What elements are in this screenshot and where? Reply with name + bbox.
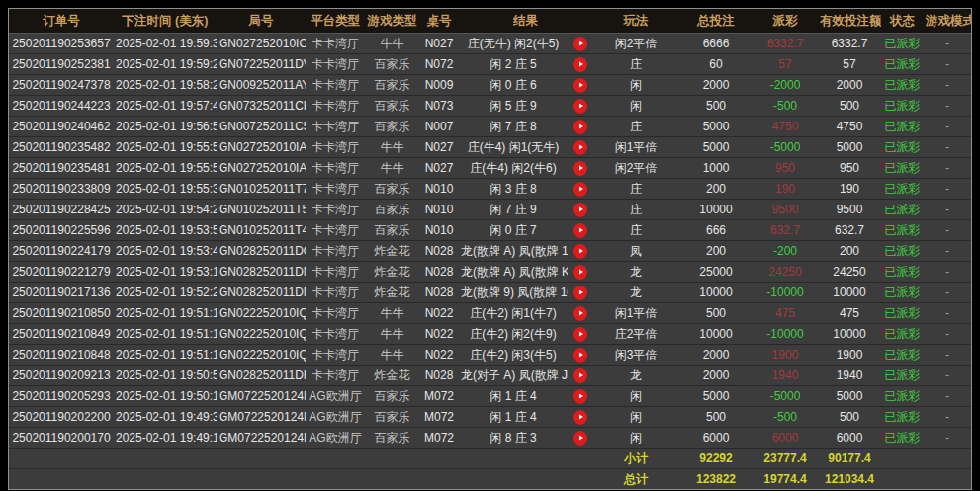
bet-time: 2025-02-01 19:59:34 bbox=[114, 34, 217, 54]
replay-video-icon[interactable] bbox=[573, 348, 587, 363]
game-type: 百家乐 bbox=[365, 428, 419, 449]
valid-bet-value: 500 bbox=[818, 407, 881, 428]
order-number: 250201190253657 bbox=[9, 34, 114, 54]
bet-option: 庄 bbox=[592, 200, 679, 220]
replay-cell bbox=[568, 220, 592, 241]
replay-video-icon[interactable] bbox=[573, 99, 587, 114]
replay-video-icon[interactable] bbox=[573, 37, 587, 51]
play-triangle-icon bbox=[579, 310, 583, 316]
result-text: 闲 2 庄 5 bbox=[459, 54, 568, 75]
play-triangle-icon bbox=[579, 165, 583, 171]
payout-value: 6000 bbox=[753, 428, 818, 449]
game-mode-value: - bbox=[924, 96, 971, 117]
status-badge: 已派彩 bbox=[881, 345, 924, 366]
replay-video-icon[interactable] bbox=[573, 203, 587, 217]
game-type: 百家乐 bbox=[365, 96, 419, 117]
game-type: 牛牛 bbox=[365, 303, 419, 324]
replay-video-icon[interactable] bbox=[573, 368, 587, 383]
status-badge: 已派彩 bbox=[881, 158, 924, 179]
replay-video-icon[interactable] bbox=[573, 306, 587, 321]
replay-video-icon[interactable] bbox=[573, 389, 587, 404]
subtotal-total-bet: 92292 bbox=[679, 449, 753, 469]
header-row: 订单号 下注时间 (美东) 局号 平台类型 游戏类型 桌号 结果 玩法 总投注 … bbox=[9, 9, 971, 34]
table-row: 250201190252381 2025-02-01 19:59:20 GN07… bbox=[9, 54, 971, 75]
table-number: N010 bbox=[419, 200, 459, 220]
round-id: GN007252011C5 bbox=[217, 117, 306, 137]
bet-time: 2025-02-01 19:59:20 bbox=[114, 54, 217, 75]
platform-type: 卡卡湾厅 bbox=[306, 220, 365, 241]
status-badge: 已派彩 bbox=[881, 117, 924, 137]
platform-type: 卡卡湾厅 bbox=[306, 283, 365, 303]
total-spacer bbox=[9, 469, 592, 490]
table-row: 250201190210848 2025-02-01 19:51:14 GN02… bbox=[9, 345, 971, 366]
result-text: 闲 1 庄 4 bbox=[459, 407, 568, 428]
total-valid-bet: 121034.4 bbox=[818, 469, 881, 490]
game-type: 牛牛 bbox=[365, 34, 419, 54]
valid-bet-value: 1940 bbox=[818, 366, 881, 386]
status-badge: 已派彩 bbox=[881, 407, 924, 428]
status-badge: 已派彩 bbox=[881, 137, 924, 158]
table-row: 250201190235481 2025-02-01 19:55:53 GN02… bbox=[9, 158, 971, 179]
payout-value: -5000 bbox=[753, 386, 818, 407]
replay-video-icon[interactable] bbox=[573, 140, 587, 155]
bet-option: 闲2平倍 bbox=[592, 158, 679, 179]
round-id: GN009252011AY bbox=[217, 75, 306, 96]
subtotal-valid-bet: 90177.4 bbox=[818, 449, 881, 469]
replay-cell bbox=[568, 117, 592, 137]
table-number: N022 bbox=[419, 345, 459, 366]
bet-time: 2025-02-01 19:57:45 bbox=[114, 96, 217, 117]
order-number: 250201190210849 bbox=[9, 324, 114, 345]
table-row: 250201190233809 2025-02-01 19:55:33 GN01… bbox=[9, 179, 971, 200]
round-id: GN022252010IQ bbox=[217, 345, 306, 366]
table-number: M072 bbox=[419, 407, 459, 428]
bet-option: 庄 bbox=[592, 54, 679, 75]
table-number: M072 bbox=[419, 386, 459, 407]
platform-type: AG欧洲厅 bbox=[306, 386, 365, 407]
replay-video-icon[interactable] bbox=[573, 410, 587, 425]
game-mode-value: - bbox=[924, 386, 971, 407]
replay-video-icon[interactable] bbox=[573, 161, 587, 176]
round-id: GN022252010IQ bbox=[217, 324, 306, 345]
game-type: 百家乐 bbox=[365, 54, 419, 75]
round-id: GN027252010IA bbox=[217, 158, 306, 179]
valid-bet-value: 190 bbox=[818, 179, 881, 200]
table-number: N027 bbox=[419, 34, 459, 54]
replay-video-icon[interactable] bbox=[573, 286, 587, 300]
result-text: 闲 7 庄 9 bbox=[459, 200, 568, 220]
replay-cell bbox=[568, 179, 592, 200]
game-mode-value: - bbox=[924, 241, 971, 262]
replay-video-icon[interactable] bbox=[573, 431, 587, 446]
total-bet-value: 500 bbox=[679, 407, 753, 428]
game-mode-value: - bbox=[924, 345, 971, 366]
round-id: GN028252011DO bbox=[217, 241, 306, 262]
game-type: 百家乐 bbox=[365, 386, 419, 407]
subtotal-spacer-end bbox=[881, 449, 971, 469]
result-text: 闲 3 庄 8 bbox=[459, 179, 568, 200]
bet-time: 2025-02-01 19:53:13 bbox=[114, 262, 217, 283]
replay-video-icon[interactable] bbox=[573, 120, 587, 134]
replay-video-icon[interactable] bbox=[573, 78, 587, 93]
order-number: 250201190252381 bbox=[9, 54, 114, 75]
status-badge: 已派彩 bbox=[881, 262, 924, 283]
bet-option: 龙 bbox=[592, 366, 679, 386]
platform-type: 卡卡湾厅 bbox=[306, 75, 365, 96]
platform-type: AG欧洲厅 bbox=[306, 407, 365, 428]
game-type: 炸金花 bbox=[365, 366, 419, 386]
bet-time: 2025-02-01 19:49:34 bbox=[114, 407, 217, 428]
replay-video-icon[interactable] bbox=[573, 244, 587, 259]
replay-video-icon[interactable] bbox=[573, 182, 587, 197]
order-number: 250201190224179 bbox=[9, 241, 114, 262]
replay-video-icon[interactable] bbox=[573, 265, 587, 280]
platform-type: 卡卡湾厅 bbox=[306, 158, 365, 179]
replay-video-icon[interactable] bbox=[573, 327, 587, 342]
replay-video-icon[interactable] bbox=[573, 57, 587, 72]
table-number: N007 bbox=[419, 117, 459, 137]
replay-video-icon[interactable] bbox=[573, 223, 587, 238]
game-mode-value: - bbox=[924, 303, 971, 324]
col-header-game-type: 游戏类型 bbox=[365, 9, 419, 34]
play-triangle-icon bbox=[579, 414, 583, 420]
bet-records-grid: 订单号 下注时间 (美东) 局号 平台类型 游戏类型 桌号 结果 玩法 总投注 … bbox=[9, 9, 971, 489]
result-text: 龙(散牌 A) 凤(散牌 10) bbox=[459, 241, 568, 262]
table-row: 250201190235482 2025-02-01 19:55:53 GN02… bbox=[9, 137, 971, 158]
replay-cell bbox=[568, 386, 592, 407]
